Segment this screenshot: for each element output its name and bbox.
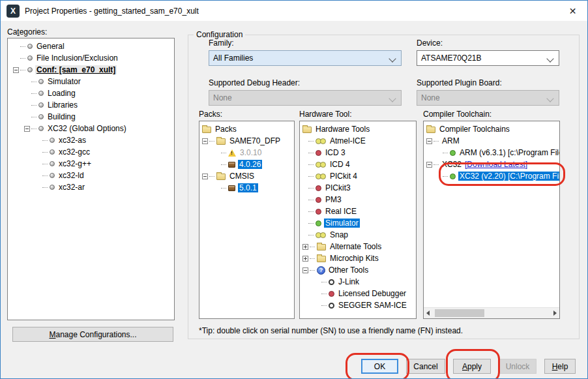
hwtool-pickit4[interactable]: PICkit 4 xyxy=(300,170,416,182)
status-red-icon xyxy=(316,185,321,191)
hwtool-simulator[interactable]: Simulator xyxy=(300,217,416,229)
toolchain-root[interactable]: Compiler Toolchains xyxy=(424,123,559,135)
hardware-tool-tree[interactable]: Hardware ToolsAtmel-ICEICD 3ICD 4PICkit … xyxy=(299,121,417,319)
device-select[interactable]: ATSAME70Q21B xyxy=(417,50,559,66)
family-select[interactable]: All Families xyxy=(209,50,402,66)
hwtool-atmel-ice[interactable]: Atmel-ICE xyxy=(300,135,416,147)
categories-label: Categories: xyxy=(7,27,47,37)
ok-button[interactable]: OK xyxy=(361,359,398,374)
tree-item-label: Conf: [sam_e70_xult] xyxy=(35,65,117,74)
tree-item-label: XC32 xyxy=(441,160,463,169)
manage-configurations-button[interactable]: Manage Configurations... xyxy=(12,327,173,342)
expand-icon[interactable] xyxy=(302,256,308,262)
tree-connector xyxy=(321,282,327,282)
configuration-group-label: Configuration xyxy=(194,30,245,39)
category-xc32-as[interactable]: xc32-as xyxy=(8,134,174,146)
package-icon xyxy=(228,162,235,168)
toolchain-xc32-group[interactable]: XC32[Download Latest] xyxy=(424,159,559,170)
categories-tree[interactable]: GeneralFile Inclusion/ExclusionConf: [sa… xyxy=(7,38,175,320)
collapse-icon[interactable] xyxy=(426,138,432,144)
question-icon: ? xyxy=(317,266,325,275)
collapse-icon[interactable] xyxy=(426,162,432,168)
tree-connector xyxy=(221,164,226,165)
status-yellow-pair-icon xyxy=(316,174,326,179)
hwtool-root[interactable]: Hardware Tools xyxy=(300,123,416,135)
tree-connector xyxy=(308,188,314,189)
tree-connector xyxy=(308,153,314,153)
tip-text: *Tip: double click on serial number (SN)… xyxy=(199,326,463,335)
compiler-toolchain-tree[interactable]: Compiler ToolchainsARMARM (v6.3.1) [c:\P… xyxy=(423,121,560,319)
configuration-group: Configuration Family: All Families Devic… xyxy=(188,35,580,339)
toolchain-arm-v631[interactable]: ARM (v6.3.1) [c:\Program Files (x xyxy=(424,147,559,159)
node-icon xyxy=(38,79,44,84)
tree-item-label: Alternate Tools xyxy=(329,242,383,251)
tree-item-label: J-Link xyxy=(337,277,360,286)
hwtool-icd4[interactable]: ICD 4 xyxy=(300,159,416,170)
toolchain-arm-group[interactable]: ARM xyxy=(424,135,559,147)
hwtool-other-tools[interactable]: ?Other Tools xyxy=(300,264,416,276)
pack-same70-dfp[interactable]: SAME70_DFP xyxy=(199,135,294,147)
tree-connector xyxy=(310,270,315,271)
toolchain-xc32-v220[interactable]: XC32 (v2.20) [C:\Program Files (x xyxy=(424,170,559,182)
status-yellow-pair-icon xyxy=(316,138,326,144)
collapse-icon[interactable] xyxy=(13,67,19,73)
close-icon[interactable]: ✕ xyxy=(558,1,587,21)
pack-version-3010[interactable]: 3.0.10 xyxy=(199,147,294,159)
warning-icon xyxy=(228,149,236,157)
apply-button[interactable]: Apply xyxy=(453,359,491,374)
pack-version-501[interactable]: 5.0.1 xyxy=(199,182,294,194)
hwtool-real-ice[interactable]: Real ICE xyxy=(300,205,416,217)
category-xc32-ld[interactable]: xc32-ld xyxy=(8,170,174,181)
category-file-inclusion-exclusion[interactable]: File Inclusion/Exclusion xyxy=(8,52,174,64)
tree-item-label: PICkit3 xyxy=(324,183,352,192)
collapse-icon[interactable] xyxy=(202,174,208,179)
collapse-icon[interactable] xyxy=(202,138,208,144)
hwtool-microchip-kits[interactable]: Microchip Kits xyxy=(300,252,416,264)
status-red-icon xyxy=(329,291,334,297)
expand-icon[interactable] xyxy=(302,244,308,250)
tree-connector xyxy=(209,176,214,177)
hwtool-segger-sam-ice[interactable]: SEGGER SAM-ICE xyxy=(300,299,416,311)
plugin-board-select: None xyxy=(417,90,559,106)
node-icon xyxy=(38,126,44,131)
hwtool-icd3[interactable]: ICD 3 xyxy=(300,147,416,159)
tree-item-label: xc32-ar xyxy=(57,183,86,192)
scrollbar-thumb[interactable] xyxy=(435,309,484,317)
scroll-right-icon[interactable] xyxy=(553,311,557,316)
status-yellow-pair-icon xyxy=(316,232,326,238)
category-general[interactable]: General xyxy=(8,40,174,52)
collapse-icon[interactable] xyxy=(24,126,30,132)
chevron-down-icon xyxy=(389,55,396,62)
category-building[interactable]: Building xyxy=(8,111,174,123)
category-xc32-global-options[interactable]: XC32 (Global Options) xyxy=(8,123,174,134)
help-button[interactable]: Help xyxy=(544,359,576,374)
cancel-button[interactable]: Cancel xyxy=(406,359,445,374)
pack-cmsis[interactable]: CMSIS xyxy=(199,170,294,182)
collapse-icon[interactable] xyxy=(302,267,308,273)
category-simulator[interactable]: Simulator xyxy=(8,76,174,87)
category-xc32-ar[interactable]: xc32-ar xyxy=(8,181,174,193)
tree-item-label: 3.0.10 xyxy=(239,148,263,157)
tree-item-label: XC32 (v2.20) [C:\Program Files (x xyxy=(458,172,560,181)
horizontal-scrollbar[interactable] xyxy=(424,307,559,318)
hwtool-snap[interactable]: Snap xyxy=(300,229,416,241)
pack-root[interactable]: Packs xyxy=(199,123,294,135)
hwtool-jlink[interactable]: J-Link xyxy=(300,276,416,288)
tree-item-label: General xyxy=(35,42,66,51)
category-xc32-gcc[interactable]: xc32-gcc xyxy=(8,146,174,158)
tree-item-label: Snap xyxy=(329,230,349,239)
hwtool-pm3[interactable]: PM3 xyxy=(300,194,416,205)
tree-connector xyxy=(20,70,25,70)
node-icon xyxy=(38,102,44,108)
hwtool-licensed-debugger[interactable]: Licensed Debugger xyxy=(300,288,416,299)
category-xc32-gpp[interactable]: xc32-g++ xyxy=(8,158,174,170)
category-libraries[interactable]: Libraries xyxy=(8,99,174,111)
hwtool-alternate-tools[interactable]: Alternate Tools xyxy=(300,241,416,252)
scroll-left-icon[interactable] xyxy=(426,311,430,316)
pack-version-4026[interactable]: 4.0.26 xyxy=(199,159,294,170)
packs-tree[interactable]: PacksSAME70_DFP3.0.104.0.26CMSIS5.0.1 xyxy=(199,121,295,319)
category-conf-sam-e70-xult[interactable]: Conf: [sam_e70_xult] xyxy=(8,64,174,76)
hwtool-pickit3[interactable]: PICkit3 xyxy=(300,182,416,194)
download-latest-link[interactable]: [Download Latest] xyxy=(465,160,527,169)
category-loading[interactable]: Loading xyxy=(8,87,174,99)
